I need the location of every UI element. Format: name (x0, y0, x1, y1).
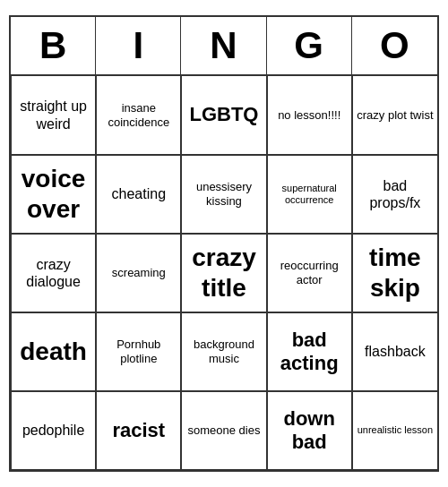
cell-text-11: screaming (112, 266, 166, 280)
bingo-cell-10[interactable]: crazy dialogue (11, 234, 96, 312)
cell-text-16: Pornhub plotline (100, 337, 177, 365)
bingo-cell-3[interactable]: no lesson!!!! (267, 76, 352, 155)
bingo-cell-9[interactable]: bad props/fx (352, 155, 437, 234)
cell-text-22: someone dies (188, 423, 261, 438)
cell-text-17: background music (185, 337, 262, 365)
bingo-card: BINGO straight up weirdinsane coincidenc… (9, 15, 439, 472)
cell-text-2: LGBTQ (189, 103, 258, 126)
cell-text-7: unessisery kissing (185, 180, 262, 208)
cell-text-6: cheating (112, 185, 167, 202)
bingo-cell-5[interactable]: voice over (11, 155, 96, 234)
bingo-letter-o: O (352, 17, 437, 74)
bingo-cell-13[interactable]: reoccurring actor (267, 234, 352, 312)
bingo-cell-21[interactable]: racist (96, 391, 181, 470)
bingo-cell-2[interactable]: LGBTQ (181, 76, 266, 155)
cell-text-20: pedophile (22, 422, 84, 439)
bingo-cell-23[interactable]: down bad (267, 391, 352, 470)
cell-text-3: no lesson!!!! (278, 108, 340, 123)
cell-text-15: death (20, 337, 87, 367)
bingo-cell-1[interactable]: insane coincidence (96, 76, 181, 155)
cell-text-9: bad props/fx (357, 177, 434, 211)
bingo-cell-22[interactable]: someone dies (181, 391, 266, 470)
bingo-cell-24[interactable]: unrealistic lesson (352, 391, 437, 470)
cell-text-14: time skip (357, 243, 434, 303)
bingo-cell-7[interactable]: unessisery kissing (181, 155, 266, 234)
bingo-cell-4[interactable]: crazy plot twist (352, 76, 437, 155)
cell-text-18: bad acting (271, 329, 348, 376)
cell-text-24: unrealistic lesson (358, 424, 433, 436)
bingo-header: BINGO (11, 17, 437, 76)
bingo-cell-14[interactable]: time skip (352, 234, 437, 312)
bingo-cell-17[interactable]: background music (181, 312, 266, 391)
cell-text-23: down bad (271, 407, 348, 455)
bingo-grid: straight up weirdinsane coincidenceLGBTQ… (11, 76, 437, 470)
bingo-cell-16[interactable]: Pornhub plotline (96, 312, 181, 391)
cell-text-8: supernatural occurrence (271, 183, 348, 206)
bingo-cell-18[interactable]: bad acting (267, 312, 352, 391)
bingo-letter-i: I (96, 17, 181, 74)
bingo-letter-n: N (181, 17, 266, 74)
cell-text-12: crazy title (185, 243, 262, 303)
bingo-letter-g: G (267, 17, 352, 74)
bingo-cell-12[interactable]: crazy title (181, 234, 266, 312)
bingo-cell-8[interactable]: supernatural occurrence (267, 155, 352, 234)
cell-text-4: crazy plot twist (357, 108, 433, 123)
bingo-cell-15[interactable]: death (11, 312, 96, 391)
cell-text-19: flashback (365, 343, 426, 360)
bingo-letter-b: B (11, 17, 96, 74)
bingo-cell-19[interactable]: flashback (352, 312, 437, 391)
cell-text-13: reoccurring actor (271, 259, 348, 286)
bingo-cell-20[interactable]: pedophile (11, 391, 96, 470)
bingo-cell-0[interactable]: straight up weird (11, 76, 96, 155)
cell-text-5: voice over (15, 164, 91, 224)
bingo-cell-6[interactable]: cheating (96, 155, 181, 234)
cell-text-10: crazy dialogue (15, 256, 91, 290)
cell-text-21: racist (112, 419, 165, 442)
cell-text-0: straight up weird (15, 98, 91, 132)
cell-text-1: insane coincidence (100, 101, 177, 129)
bingo-cell-11[interactable]: screaming (96, 234, 181, 312)
